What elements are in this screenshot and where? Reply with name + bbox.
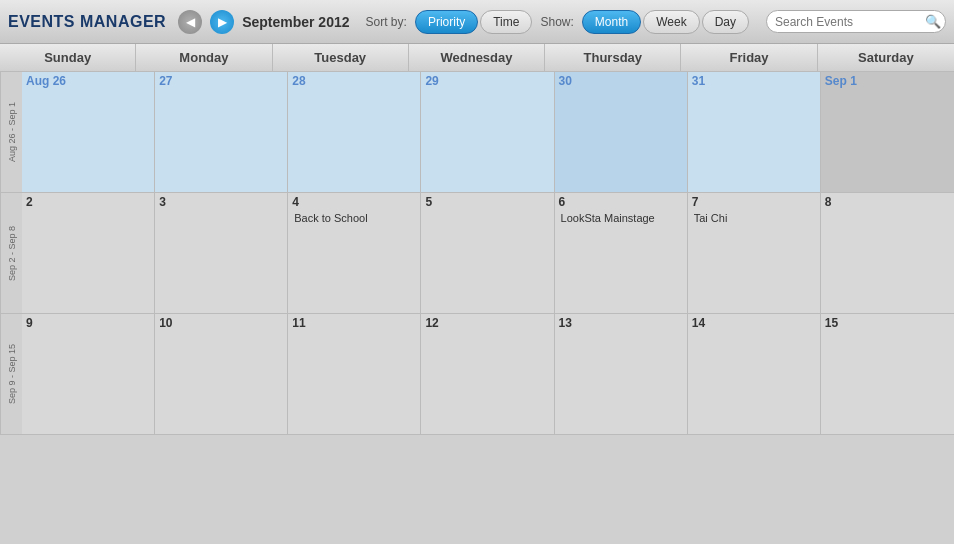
day-num: 8 [825,195,950,209]
show-button-group: Month Week Day [582,10,749,34]
day-headers-row: Sunday Monday Tuesday Wednesday Thursday… [0,44,954,72]
day-num: 15 [825,316,950,330]
day-num: 29 [425,74,549,88]
day-cell-sep4[interactable]: 4 Back to School [288,193,421,313]
day-cell-aug31[interactable]: 31 [688,72,821,192]
day-num: 9 [26,316,150,330]
day-num: 27 [159,74,283,88]
day-cell-sep12[interactable]: 12 [421,314,554,434]
event-looksta-mainstage[interactable]: LookSta Mainstage [559,211,683,225]
day-num: 4 [292,195,416,209]
day-num: 28 [292,74,416,88]
search-input[interactable] [775,15,925,29]
month-year-label: September 2012 [242,14,349,30]
day-num: 2 [26,195,150,209]
day-num: 13 [559,316,683,330]
week-row-1: Aug 26 - Sep 1 Aug 26 27 28 29 30 31 Sep… [0,72,954,193]
day-cell-sep8[interactable]: 8 [821,193,954,313]
week-label-3: Sep 9 - Sep 15 [0,314,22,434]
sort-by-label: Sort by: [366,15,407,29]
day-header-monday: Monday [136,44,272,71]
search-icon: 🔍 [925,14,941,29]
app-title: EVENTS MANAGER [8,13,166,31]
day-cell-aug28[interactable]: 28 [288,72,421,192]
day-num: 12 [425,316,549,330]
day-num: Sep 1 [825,74,950,88]
day-header-thursday: Thursday [545,44,681,71]
show-label: Show: [540,15,573,29]
event-tai-chi[interactable]: Tai Chi [692,211,816,225]
event-back-to-school[interactable]: Back to School [292,211,416,225]
app-header: EVENTS MANAGER ◀ ▶ September 2012 Sort b… [0,0,954,44]
search-box[interactable]: 🔍 [766,10,946,33]
day-header-wednesday: Wednesday [409,44,545,71]
day-cell-sep6[interactable]: 6 LookSta Mainstage [555,193,688,313]
weeks-container: Aug 26 - Sep 1 Aug 26 27 28 29 30 31 Sep… [0,72,954,435]
day-num: 5 [425,195,549,209]
day-cell-sep9[interactable]: 9 [22,314,155,434]
day-cell-sep11[interactable]: 11 [288,314,421,434]
day-cell-sep2[interactable]: 2 [22,193,155,313]
sort-time-button[interactable]: Time [480,10,532,34]
week-label-2: Sep 2 - Sep 8 [0,193,22,313]
day-num: 11 [292,316,416,330]
show-month-button[interactable]: Month [582,10,641,34]
day-cell-sep5[interactable]: 5 [421,193,554,313]
sort-priority-button[interactable]: Priority [415,10,478,34]
day-cell-sep10[interactable]: 10 [155,314,288,434]
day-cell-sep15[interactable]: 15 [821,314,954,434]
week-row-2: Sep 2 - Sep 8 2 3 4 Back to School 5 6 L… [0,193,954,314]
next-month-button[interactable]: ▶ [210,10,234,34]
sort-button-group: Priority Time [415,10,533,34]
day-num: 30 [559,74,683,88]
day-num: 3 [159,195,283,209]
day-header-tuesday: Tuesday [273,44,409,71]
day-cell-aug29[interactable]: 29 [421,72,554,192]
prev-month-button[interactable]: ◀ [178,10,202,34]
show-day-button[interactable]: Day [702,10,749,34]
day-cell-aug26[interactable]: Aug 26 [22,72,155,192]
day-header-sunday: Sunday [0,44,136,71]
week-label-1: Aug 26 - Sep 1 [0,72,22,192]
calendar: Sunday Monday Tuesday Wednesday Thursday… [0,44,954,435]
show-week-button[interactable]: Week [643,10,699,34]
day-cell-aug30[interactable]: 30 [555,72,688,192]
day-num: 10 [159,316,283,330]
day-header-saturday: Saturday [818,44,954,71]
day-num: 14 [692,316,816,330]
week-row-3: Sep 9 - Sep 15 9 10 11 12 13 14 15 [0,314,954,435]
day-cell-sep1[interactable]: Sep 1 [821,72,954,192]
day-num: 6 [559,195,683,209]
day-num: Aug 26 [26,74,150,88]
day-cell-sep13[interactable]: 13 [555,314,688,434]
day-num: 31 [692,74,816,88]
day-cell-sep3[interactable]: 3 [155,193,288,313]
day-header-friday: Friday [681,44,817,71]
day-num: 7 [692,195,816,209]
day-cell-aug27[interactable]: 27 [155,72,288,192]
day-cell-sep14[interactable]: 14 [688,314,821,434]
day-cell-sep7[interactable]: 7 Tai Chi [688,193,821,313]
